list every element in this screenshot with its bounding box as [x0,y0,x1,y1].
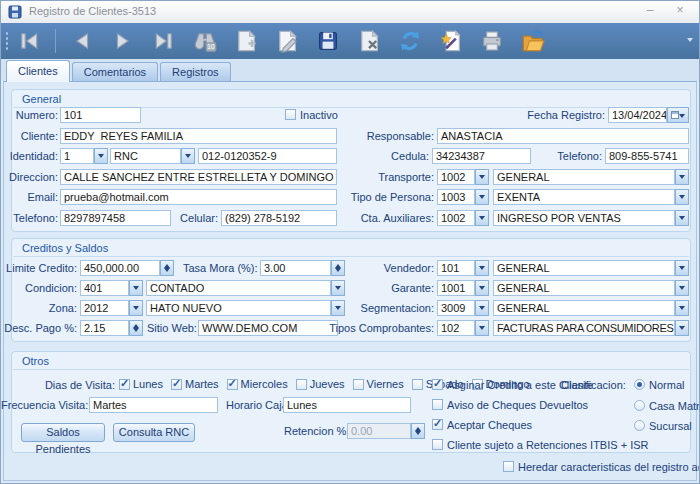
segmentacion-code-dropdown-button[interactable] [475,300,489,316]
identidad-numero-field[interactable]: 012-0120352-9 [198,148,337,164]
toolbar-overflow-button[interactable] [687,38,693,42]
limite-credito-spin-buttons[interactable] [160,260,174,276]
garante-code-combo[interactable]: 1001 [437,280,475,296]
day-lunes-checkbox[interactable] [119,379,130,390]
vendedor-desc-dropdown-button[interactable] [675,260,689,276]
tipos-comprobantes-label: Tipos Comprobantes: [324,320,434,336]
clasificacion-radio-casa-matriz[interactable] [634,400,645,411]
vendedor-code-dropdown-button[interactable] [475,260,489,276]
frecuencia-visita-label: Frecuencia Visita: [1,397,86,413]
aviso-cheques-checkbox[interactable] [432,399,443,410]
fecha-registro-calendar-button[interactable] [667,107,689,123]
desc-pago-spinner[interactable]: 2.15 [80,320,129,336]
celular-field[interactable]: (829) 278-5192 [221,210,337,226]
minimize-button[interactable]: – [639,3,661,19]
identidad-tipo-dropdown-button[interactable] [181,148,195,164]
print-button[interactable] [477,26,507,56]
refresh-button[interactable] [395,26,425,56]
limite-credito-spinner[interactable]: 450,000.00 [80,260,160,276]
consulta-rnc-button[interactable]: Consulta RNC [113,423,195,442]
previous-record-button[interactable] [67,26,97,56]
day-jueves-checkbox[interactable] [296,379,307,390]
transporte-desc-dropdown-button[interactable] [675,169,689,185]
transporte-code-combo[interactable]: 1002 [437,169,475,185]
tipo-persona-code-combo[interactable]: 1003 [437,189,475,205]
tipos-comprobantes-desc-dropdown-button[interactable] [675,320,689,336]
day-martes-checkbox[interactable] [171,379,182,390]
telefono-field[interactable]: 8297897458 [60,210,171,226]
last-record-button[interactable] [149,26,179,56]
next-record-button[interactable] [108,26,138,56]
tipos-comprobantes-code-dropdown-button[interactable] [475,320,489,336]
binoculars-icon: 10 [192,29,218,53]
cta-auxiliares-code-dropdown-button[interactable] [475,210,489,226]
direccion-field[interactable]: CALLE SANCHEZ ENTRE ESTRELLETA Y DOMINGO… [60,169,337,185]
zona-code-dropdown-button[interactable] [129,300,143,316]
tipos-comprobantes-desc-combo[interactable]: FACTURAS PARA CONSUMIDORES FINALES [493,320,675,336]
close-button[interactable]: × [669,3,691,19]
garante-desc-combo[interactable]: GENERAL [493,280,675,296]
new-record-button[interactable] [231,26,261,56]
fecha-registro-field[interactable]: 13/04/2024 [608,107,667,123]
identidad-code-combo[interactable]: 1 [60,148,94,164]
heredar-checkbox[interactable] [503,461,514,472]
wizard-button[interactable] [436,26,466,56]
day-viernes-checkbox[interactable] [353,379,364,390]
segmentacion-desc-dropdown-button[interactable] [675,300,689,316]
aceptar-cheques-checkbox[interactable] [432,419,443,430]
tipo-persona-desc-dropdown-button[interactable] [675,189,689,205]
retenciones-itbis-checkbox[interactable] [432,439,443,450]
garante-desc-dropdown-button[interactable] [675,280,689,296]
condicion-desc-combo[interactable]: CONTADO [146,280,331,296]
clasificacion-radio-normal[interactable] [634,379,645,390]
cta-auxiliares-desc-combo[interactable]: INGRESO POR VENTAS [493,210,675,226]
garante-code-dropdown-button[interactable] [475,280,489,296]
tipos-comprobantes-code-combo[interactable]: 102 [437,320,475,336]
tipo-persona-desc-combo[interactable]: EXENTA [493,189,675,205]
vendedor-code-combo[interactable]: 101 [437,260,475,276]
open-button[interactable] [518,26,548,56]
first-record-button[interactable] [14,26,44,56]
horario-caja-field[interactable]: Lunes [283,397,411,413]
day-sabado-checkbox[interactable] [412,379,423,390]
cta-auxiliares-desc-dropdown-button[interactable] [675,210,689,226]
zona-code-combo[interactable]: 2012 [80,300,129,316]
condicion-code-dropdown-button[interactable] [129,280,143,296]
zona-desc-combo[interactable]: HATO NUEVO [146,300,331,316]
email-field[interactable]: prueba@hotmail.com [60,189,337,205]
numero-field[interactable]: 101 [60,107,141,123]
segmentacion-code-combo[interactable]: 3009 [437,300,475,316]
segmentacion-desc-combo[interactable]: GENERAL [493,300,675,316]
sitio-web-field[interactable]: WWW.DEMO.COM [198,320,338,336]
cedula-field[interactable]: 34234387 [432,148,531,164]
tasa-mora-spinner[interactable]: 3.00 [260,260,331,276]
transporte-code-dropdown-button[interactable] [475,169,489,185]
inactivo-checkbox[interactable] [285,109,296,120]
tab-registros[interactable]: Registros [160,62,230,81]
telefono-secundario-field[interactable]: 809-855-5741 [605,148,689,164]
frecuencia-visita-field[interactable]: Martes [89,397,218,413]
identidad-tipo-combo[interactable]: RNC [110,148,181,164]
save-button[interactable] [313,26,343,56]
search-button[interactable]: 10 [190,26,220,56]
edit-record-button[interactable] [272,26,302,56]
calendar-icon [671,111,679,119]
cliente-field[interactable]: EDDY REYES FAMILIA [60,128,337,144]
asignar-credito-checkbox[interactable] [432,379,443,390]
clasificacion-radio-sucursal[interactable] [634,420,645,431]
identidad-code-dropdown-button[interactable] [94,148,108,164]
toolbar-grip[interactable] [5,31,9,52]
tab-clientes[interactable]: Clientes [6,60,70,82]
delete-record-button[interactable] [354,26,384,56]
vendedor-desc-combo[interactable]: GENERAL [493,260,675,276]
tab-comentarios[interactable]: Comentarios [72,62,158,81]
day-miercoles-checkbox[interactable] [227,379,238,390]
responsable-field[interactable]: ANASTACIA [437,128,689,144]
cta-auxiliares-code-combo[interactable]: 1002 [437,210,475,226]
zona-label: Zona: [1,300,77,316]
transporte-desc-combo[interactable]: GENERAL [493,169,675,185]
condicion-code-combo[interactable]: 401 [80,280,129,296]
desc-pago-spin-buttons[interactable] [129,320,143,336]
tipo-persona-code-dropdown-button[interactable] [475,189,489,205]
saldos-pendientes-button[interactable]: Saldos Pendientes [21,423,105,442]
